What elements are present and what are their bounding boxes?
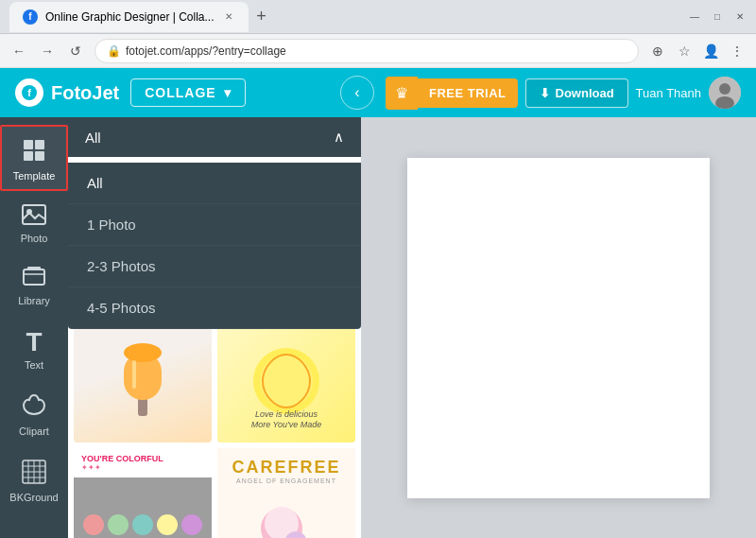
sidebar-item-bkground[interactable]: BKGround <box>0 446 68 512</box>
svg-point-3 <box>719 83 730 95</box>
sidebar-item-clipart[interactable]: Clipart <box>0 380 68 446</box>
library-icon <box>22 267 46 291</box>
app-body: Template Photo Library <box>0 117 756 538</box>
logo-icon: f <box>15 78 43 107</box>
template-card-carefree[interactable]: CAREFREE ANGEL OF ENGAGEMENT <box>217 448 355 538</box>
logo-text: FotoJet <box>51 82 119 104</box>
tab-bar: f Online Graphic Designer | Colla... ✕ + <box>9 2 275 32</box>
prev-nav-button[interactable]: ‹ <box>340 76 374 110</box>
template-panel: All ∧ All 1 Photo 2-3 Photos 4-5 Photos <box>68 117 361 538</box>
canvas-area <box>361 117 756 538</box>
collage-dropdown[interactable]: COLLAGE ▾ <box>130 78 245 107</box>
profile-icon[interactable]: 👤 <box>701 42 720 61</box>
refresh-button[interactable]: ↺ <box>66 42 85 61</box>
tab-favicon: f <box>23 9 38 25</box>
dropdown-chevron-icon: ∧ <box>334 129 344 146</box>
sidebar-item-photo[interactable]: Photo <box>0 191 68 253</box>
collage-label: COLLAGE <box>145 85 215 100</box>
crown-icon: ♛ <box>395 84 408 102</box>
dropdown-option-1photo[interactable]: 1 Photo <box>68 204 361 246</box>
clipart-icon <box>22 393 46 422</box>
active-tab[interactable]: f Online Graphic Designer | Colla... ✕ <box>9 2 249 32</box>
template-grid: Love is deliciousMore You've Made YOU'RE… <box>68 314 361 538</box>
photo-label: Photo <box>21 233 48 244</box>
carefree-title: CAREFREE <box>232 458 340 477</box>
dropdown-option-23photos[interactable]: 2-3 Photos <box>68 246 361 287</box>
svg-point-26 <box>260 355 313 408</box>
photo-icon <box>22 204 46 229</box>
text-label: Text <box>25 359 43 371</box>
forward-button[interactable]: → <box>38 42 57 61</box>
app-header: f FotoJet COLLAGE ▾ ‹ ♛ FREE TRIAL ⬇ Dow… <box>0 68 756 117</box>
free-trial-button[interactable]: FREE TRIAL <box>418 78 518 108</box>
collage-chevron-icon: ▾ <box>224 85 232 100</box>
canvas-white <box>407 158 710 498</box>
dropdown-menu: All 1 Photo 2-3 Photos 4-5 Photos <box>68 163 361 329</box>
bkground-label: BKGround <box>9 492 58 503</box>
filter-dropdown[interactable]: All ∧ <box>68 117 361 157</box>
bkground-icon <box>22 460 46 488</box>
save-area: ♛ FREE TRIAL <box>386 77 518 110</box>
menu-icon[interactable]: ⋮ <box>728 42 747 61</box>
dropdown-option-45photos[interactable]: 4-5 Photos <box>68 287 361 329</box>
header-right: ♛ FREE TRIAL ⬇ Download Tuan Thanh <box>386 77 741 110</box>
sidebar-item-library[interactable]: Library <box>0 253 68 316</box>
svg-rect-7 <box>24 151 33 161</box>
url-text: fotojet.com/apps/?entry=collage <box>126 44 286 58</box>
logo-area[interactable]: f FotoJet <box>15 78 119 107</box>
browser-titlebar: f Online Graphic Designer | Colla... ✕ +… <box>0 0 756 34</box>
tab-close-button[interactable]: ✕ <box>222 10 235 24</box>
dropdown-selected: All <box>85 130 101 146</box>
sidebar: Template Photo Library <box>0 117 68 538</box>
svg-text:f: f <box>27 87 31 98</box>
text-icon: T <box>26 329 42 356</box>
template-card-lemon[interactable]: Love is deliciousMore You've Made <box>217 320 355 443</box>
address-bar: ← → ↺ 🔒 fotojet.com/apps/?entry=collage … <box>0 34 756 68</box>
sidebar-item-text[interactable]: T Text <box>0 316 68 380</box>
translate-icon[interactable]: ⊕ <box>648 42 667 61</box>
user-avatar[interactable] <box>709 77 741 109</box>
close-button[interactable]: ✕ <box>733 10 747 24</box>
sidebar-item-template[interactable]: Template <box>0 125 68 191</box>
user-name: Tuan Thanh <box>636 86 701 100</box>
svg-rect-8 <box>35 151 44 161</box>
download-icon: ⬇ <box>540 86 550 100</box>
tab-title: Online Graphic Designer | Colla... <box>45 10 215 24</box>
svg-rect-24 <box>132 360 136 389</box>
bookmark-icon[interactable]: ☆ <box>675 42 694 61</box>
template-icon <box>22 138 46 166</box>
browser-actions: ⊕ ☆ 👤 ⋮ <box>648 42 747 61</box>
back-button[interactable]: ← <box>9 42 28 61</box>
clipart-label: Clipart <box>19 425 49 437</box>
new-tab-button[interactable]: + <box>249 4 275 30</box>
download-button[interactable]: ⬇ Download <box>525 78 628 108</box>
template-card-popsicle[interactable] <box>74 320 212 443</box>
svg-rect-11 <box>24 269 44 285</box>
lock-icon: 🔒 <box>107 44 121 58</box>
crown-button[interactable]: ♛ <box>386 77 418 110</box>
svg-rect-6 <box>35 140 44 149</box>
carefree-sub: ANGEL OF ENGAGEMENT <box>232 477 340 484</box>
template-card-macaron[interactable]: YOU'RE COLORFUL ✦✦✦ <box>74 448 212 538</box>
svg-point-23 <box>124 343 162 362</box>
maximize-button[interactable]: □ <box>711 10 724 24</box>
template-label: Template <box>13 170 56 182</box>
library-label: Library <box>18 295 50 306</box>
address-input[interactable]: 🔒 fotojet.com/apps/?entry=collage <box>94 39 639 63</box>
svg-rect-12 <box>27 267 41 269</box>
svg-rect-5 <box>24 140 33 149</box>
minimize-button[interactable]: — <box>688 10 701 24</box>
download-label: Download <box>556 86 614 100</box>
dropdown-option-all[interactable]: All <box>68 163 361 204</box>
window-controls: — □ ✕ <box>688 10 747 24</box>
